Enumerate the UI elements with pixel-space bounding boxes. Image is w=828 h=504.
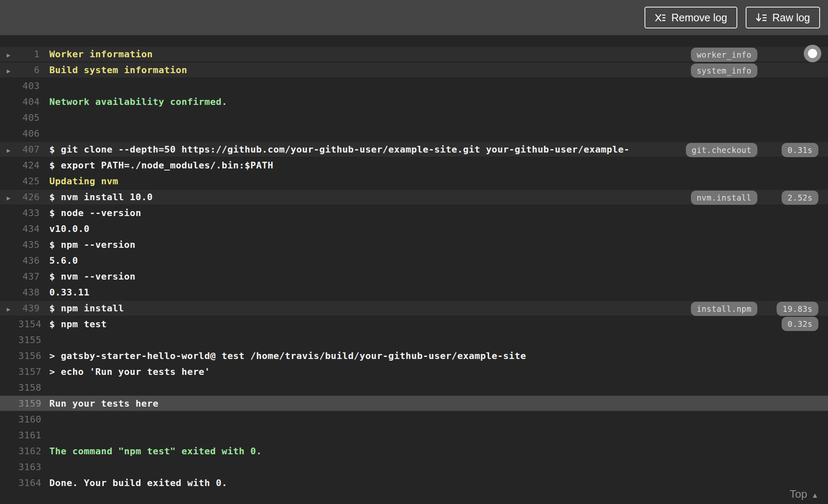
log-line-text: Updating nvm [49,176,828,186]
log-line-text: $ npm test [49,319,828,329]
fold-toggle[interactable] [0,192,18,202]
duration-badge: 19.83s [777,302,818,316]
log-row: 439$ npm installinstall.npm19.83s [0,300,828,316]
duration-badge: 0.31s [782,143,818,157]
line-number[interactable]: 3162 [18,446,40,456]
line-number[interactable]: 3157 [18,367,40,377]
duration-badge: 2.52s [782,191,818,205]
fold-arrow-icon [7,65,11,75]
log-line-text: The command "npm test" exited with 0. [49,446,828,456]
toolbar-buttons: Remove log Raw log [645,7,820,28]
log-rows: 1Worker informationworker_info6Build sys… [0,46,828,491]
line-number[interactable]: 6 [18,65,40,75]
log-row: 407$ git clone --depth=50 https://github… [0,141,828,157]
log-row: 3157> echo 'Run your tests here' [0,364,828,379]
log-row: 3160 [0,411,828,427]
log-row: 6Build system informationsystem_info [0,62,828,78]
fold-toggle[interactable] [0,49,18,59]
remove-log-icon [655,12,666,23]
log-line-text: Network availability confirmed. [49,97,828,107]
log-row: 4380.33.11 [0,284,828,300]
line-number[interactable]: 3154 [18,319,40,329]
log-row: 405 [0,109,828,125]
log-row: 4365.6.0 [0,252,828,268]
line-number[interactable]: 406 [18,128,40,139]
log-line-text: Run your tests here [49,398,828,409]
log-row: 435$ npm --version [0,237,828,252]
fold-tag-badge: worker_info [691,48,757,62]
arrow-up-icon [811,488,818,501]
fold-arrow-icon [7,144,11,155]
log-row: 426$ nvm install 10.0nvm.install2.52s [0,189,828,205]
log-line-text: v10.0.0 [49,224,828,234]
scroll-knob[interactable] [804,45,821,62]
line-number[interactable]: 437 [18,271,40,282]
line-number[interactable]: 436 [18,255,40,266]
fold-toggle[interactable] [0,65,18,75]
line-number[interactable]: 438 [18,287,40,298]
line-number[interactable]: 3164 [18,478,40,488]
log-row: 406 [0,125,828,141]
log-row: 1Worker informationworker_info [0,46,828,62]
line-number[interactable]: 435 [18,239,40,250]
log-line-text: $ node --version [49,208,828,218]
line-number[interactable]: 404 [18,97,40,107]
log-line-text: 0.33.11 [49,287,828,298]
log-row: 404Network availability confirmed. [0,94,828,109]
log-row: 403 [0,78,828,94]
remove-log-button[interactable]: Remove log [645,7,737,28]
log-line-text: $ npm --version [49,239,828,250]
log-row: 3159Run your tests here [0,395,828,411]
line-number[interactable]: 405 [18,112,40,123]
fold-tag-badge: system_info [691,64,757,78]
fold-tag-badge: install.npm [691,302,757,316]
raw-log-button[interactable]: Raw log [746,7,820,28]
line-number[interactable]: 403 [18,81,40,91]
log-row: 3162The command "npm test" exited with 0… [0,443,828,459]
log-line-text: > echo 'Run your tests here' [49,367,828,377]
fold-tag-badge: nvm.install [691,191,757,205]
log-row: 434v10.0.0 [0,221,828,237]
log-row: 437$ nvm --version [0,268,828,284]
fold-arrow-icon [7,303,11,313]
raw-log-icon [756,12,767,23]
line-number[interactable]: 3159 [18,398,40,409]
line-number[interactable]: 3163 [18,462,40,472]
line-number[interactable]: 3161 [18,430,40,440]
line-number[interactable]: 3160 [18,414,40,425]
log-row: 3163 [0,459,828,475]
log-line-text: $ export PATH=./node_modules/.bin:$PATH [49,160,828,171]
line-number[interactable]: 434 [18,224,40,234]
log-line-text: 5.6.0 [49,255,828,266]
line-number[interactable]: 3155 [18,335,40,345]
line-number[interactable]: 424 [18,160,40,171]
log-line-text: $ nvm --version [49,271,828,282]
line-number[interactable]: 3158 [18,382,40,393]
remove-log-label: Remove log [671,13,727,23]
log-row: 3161 [0,427,828,443]
log-row: 3156> gatsby-starter-hello-world@ test /… [0,348,828,364]
fold-arrow-icon [7,192,11,202]
fold-toggle[interactable] [0,144,18,155]
fold-toggle[interactable] [0,303,18,313]
line-number[interactable]: 426 [18,192,40,202]
line-number[interactable]: 433 [18,208,40,218]
line-number[interactable]: 1 [18,49,40,59]
raw-log-label: Raw log [772,13,810,23]
line-number[interactable]: 425 [18,176,40,186]
line-number[interactable]: 3156 [18,351,40,361]
duration-badge: 0.32s [782,317,818,331]
log-row: 3154$ npm test0.32s [0,316,828,332]
line-number[interactable]: 439 [18,303,40,313]
log-row: 3155 [0,332,828,348]
log-row: 3164Done. Your build exited with 0. [0,475,828,491]
line-number[interactable]: 407 [18,144,40,155]
log-line-text: Done. Your build exited with 0. [49,478,828,488]
log-row: 424$ export PATH=./node_modules/.bin:$PA… [0,157,828,173]
top-link[interactable]: Top [790,488,818,501]
log-row: 3158 [0,379,828,395]
top-link-label: Top [790,488,807,501]
log-toolbar: Remove log Raw log [0,0,828,35]
fold-arrow-icon [7,49,11,59]
log-row: 433$ node --version [0,205,828,221]
